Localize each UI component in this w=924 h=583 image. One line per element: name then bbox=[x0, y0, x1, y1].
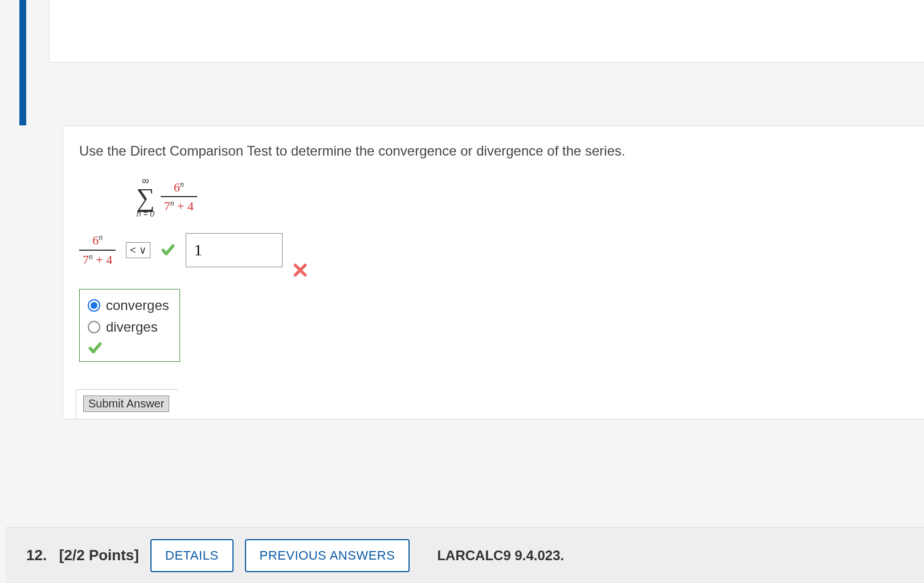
check-icon bbox=[161, 243, 175, 258]
previous-answers-button[interactable]: PREVIOUS ANSWERS bbox=[245, 539, 410, 572]
check-icon bbox=[88, 341, 169, 356]
convergence-choice-group: converges diverges bbox=[79, 289, 180, 362]
radio-icon bbox=[88, 321, 100, 333]
question-card: Use the Direct Comparison Test to determ… bbox=[63, 125, 924, 419]
submit-area: Submit Answer bbox=[76, 389, 178, 419]
comparison-value-input[interactable] bbox=[186, 233, 283, 267]
sigma-symbol: ∞ ∑ n = 0 bbox=[136, 176, 155, 218]
details-button[interactable]: DETAILS bbox=[150, 539, 234, 572]
series-expression: ∞ ∑ n = 0 6n 7n + 4 bbox=[136, 176, 197, 218]
choice-label: converges bbox=[106, 297, 169, 313]
cross-icon bbox=[293, 263, 308, 278]
choice-label: diverges bbox=[106, 319, 158, 335]
series-fraction: 6n 7n + 4 bbox=[161, 180, 197, 214]
choice-converges[interactable]: converges bbox=[88, 297, 169, 313]
choice-diverges[interactable]: diverges bbox=[88, 319, 169, 335]
comparison-row: 6n 7n + 4 < ∨ bbox=[79, 233, 908, 267]
next-question-header: 12. [2/2 Points] DETAILS PREVIOUS ANSWER… bbox=[6, 527, 924, 583]
comparison-operator-dropdown[interactable]: < ∨ bbox=[126, 242, 150, 258]
question-number: 12. [2/2 Points] bbox=[26, 547, 139, 564]
radio-icon bbox=[88, 299, 100, 312]
previous-question-card bbox=[49, 0, 924, 63]
comparison-fraction: 6n 7n + 4 bbox=[79, 233, 116, 267]
textbook-reference: LARCALC9 9.4.023. bbox=[437, 548, 564, 564]
sigma-glyph: ∑ bbox=[136, 185, 155, 211]
question-accent-bar bbox=[19, 0, 26, 125]
question-prompt: Use the Direct Comparison Test to determ… bbox=[79, 143, 908, 159]
choice-feedback bbox=[88, 341, 169, 356]
sigma-lower-limit: n = 0 bbox=[137, 210, 155, 218]
submit-button[interactable]: Submit Answer bbox=[83, 396, 169, 412]
